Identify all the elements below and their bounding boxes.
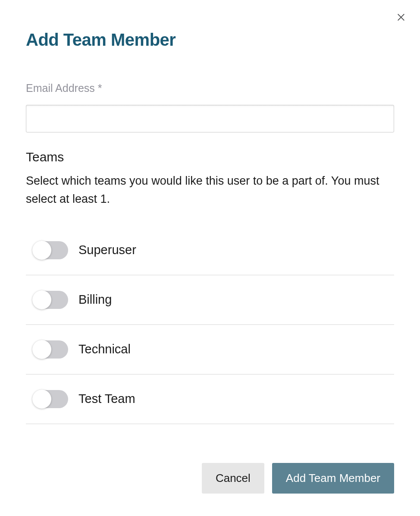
- dialog-title: Add Team Member: [26, 30, 394, 50]
- add-team-member-button[interactable]: Add Team Member: [272, 463, 394, 494]
- teams-description: Select which teams you would like this u…: [26, 172, 394, 208]
- team-item-superuser: Superuser: [26, 226, 394, 275]
- email-input[interactable]: [26, 105, 394, 132]
- toggle-knob: [32, 241, 51, 260]
- dialog-footer: Cancel Add Team Member: [202, 463, 394, 494]
- close-button[interactable]: [395, 12, 407, 24]
- email-label: Email Address *: [26, 82, 394, 94]
- dialog-container: Add Team Member Email Address * Teams Se…: [0, 0, 420, 450]
- team-label: Test Team: [78, 392, 135, 406]
- close-icon: [396, 13, 406, 24]
- toggle-knob: [32, 290, 51, 309]
- team-label: Billing: [78, 293, 112, 307]
- toggle-superuser[interactable]: [33, 241, 68, 259]
- team-item-test-team: Test Team: [26, 374, 394, 424]
- toggle-test-team[interactable]: [33, 390, 68, 408]
- toggle-billing[interactable]: [33, 291, 68, 309]
- team-label: Superuser: [78, 243, 136, 257]
- teams-heading: Teams: [26, 150, 394, 164]
- team-item-billing: Billing: [26, 275, 394, 325]
- team-item-technical: Technical: [26, 325, 394, 374]
- toggle-technical[interactable]: [33, 340, 68, 359]
- team-label: Technical: [78, 342, 131, 356]
- team-list: Superuser Billing Technical Test Team: [26, 226, 394, 424]
- toggle-knob: [32, 340, 51, 359]
- cancel-button[interactable]: Cancel: [202, 463, 264, 494]
- toggle-knob: [32, 390, 51, 409]
